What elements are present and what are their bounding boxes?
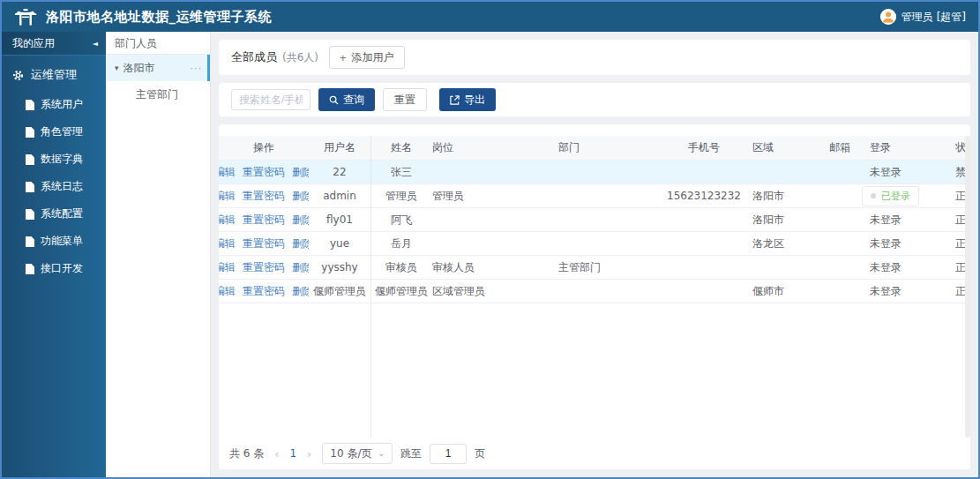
cell-region: 洛龙区 — [744, 236, 819, 251]
cell-username: 偃师管理员 — [309, 284, 370, 299]
sidebar-item-system-logs[interactable]: 系统日志 — [2, 173, 106, 200]
user-menu[interactable]: 管理员 [超管] — [880, 9, 966, 25]
sidebar-group-ops[interactable]: 运维管理 — [2, 59, 106, 91]
col-header-username: 用户名 — [309, 140, 370, 155]
add-user-label: 添加用户 — [352, 50, 394, 65]
edit-link[interactable]: 编辑 — [219, 213, 236, 228]
table-row[interactable]: 编辑 重置密码 删除 22 张三 未登录 禁用 — [219, 161, 970, 184]
delete-link[interactable]: 删除 — [292, 213, 309, 228]
users-table: 操作 用户名 姓名 岗位 部门 手机号 区域 邮箱 登录 状态 — [219, 136, 970, 438]
page-title: 洛阳市地名地址数据_运维管理子系统 — [46, 9, 272, 26]
delete-link[interactable]: 删除 — [292, 236, 309, 251]
delete-link[interactable]: 删除 — [292, 189, 309, 204]
logged-in-badge: 已登录 — [862, 186, 919, 206]
table-row[interactable]: 编辑 重置密码 删除 yue 岳月 洛龙区 未登录 正常 — [219, 232, 970, 256]
col-header-login: 登录 — [858, 140, 938, 155]
search-icon — [329, 95, 339, 105]
sidebar-item-system-users[interactable]: 系统用户 — [2, 91, 106, 118]
status-dot-icon — [871, 193, 876, 198]
edit-link[interactable]: 编辑 — [219, 189, 236, 204]
more-icon[interactable]: ··· — [191, 63, 203, 74]
cell-username: fly01 — [309, 213, 370, 226]
cell-name: 审核员 — [370, 260, 432, 275]
document-icon — [26, 209, 34, 220]
collapse-icon[interactable]: ◄ — [93, 40, 98, 48]
sidebar-item-api-dev[interactable]: 接口开发 — [2, 255, 106, 282]
tree-panel-title: 部门人员 — [106, 32, 210, 55]
sidebar-item-label: 角色管理 — [41, 124, 83, 139]
page-size-select[interactable]: 10 条/页 ⌄ — [322, 443, 393, 464]
sidebar-item-role-mgmt[interactable]: 角色管理 — [2, 118, 106, 146]
reset-password-link[interactable]: 重置密码 — [243, 284, 285, 299]
caret-down-icon[interactable]: ▾ — [115, 64, 119, 72]
cell-position: 区域管理员 — [432, 284, 558, 299]
col-header-region: 区域 — [744, 140, 819, 155]
document-icon — [26, 264, 34, 274]
members-label: 全部成员 — [231, 49, 277, 65]
cell-name: 岳月 — [370, 236, 432, 251]
reset-label: 重置 — [394, 93, 415, 108]
pagination-bar: 共 6 条 ‹ 1 › 10 条/页 ⌄ 跳至 页 — [219, 438, 970, 469]
sidebar-item-function-menu[interactable]: 功能菜单 — [2, 228, 106, 255]
reset-password-link[interactable]: 重置密码 — [243, 260, 285, 275]
table-row[interactable]: 编辑 重置密码 删除 偃师管理员 偃师管理员 区域管理员 偃师市 未登录 正常 — [219, 280, 970, 303]
search-input[interactable] — [231, 89, 310, 110]
prev-page-button[interactable]: ‹ — [272, 447, 281, 460]
query-button[interactable]: 查询 — [318, 88, 375, 111]
delete-link[interactable]: 删除 — [292, 284, 309, 299]
page-size-value: 10 条/页 — [330, 446, 371, 461]
edit-link[interactable]: 编辑 — [219, 236, 236, 251]
current-page[interactable]: 1 — [289, 447, 296, 460]
export-button[interactable]: 导出 — [439, 88, 496, 111]
members-count: (共6人) — [282, 50, 318, 65]
plus-icon: + — [340, 51, 347, 64]
table-row[interactable]: 编辑 重置密码 删除 fly01 阿飞 洛阳市 未登录 正常 — [219, 208, 970, 232]
col-header-position: 岗位 — [432, 140, 558, 155]
sidebar-my-apps[interactable]: 我的应用 ◄ — [2, 32, 106, 56]
cell-login: 未登录 — [858, 165, 938, 180]
sidebar-item-label: 系统配置 — [41, 206, 83, 221]
fixed-column-divider — [370, 136, 371, 438]
gear-icon — [12, 70, 24, 81]
sidebar-item-label: 接口开发 — [41, 261, 83, 276]
cell-username: 22 — [309, 166, 370, 178]
col-header-email: 邮箱 — [819, 140, 858, 155]
jump-page-input[interactable] — [430, 444, 467, 464]
reset-password-link[interactable]: 重置密码 — [243, 236, 285, 251]
cell-name: 阿飞 — [370, 213, 432, 228]
edit-link[interactable]: 编辑 — [219, 284, 236, 299]
delete-link[interactable]: 删除 — [292, 165, 309, 180]
sidebar-item-data-dict[interactable]: 数据字典 — [2, 146, 106, 173]
tree-node-label: 主管部门 — [136, 87, 178, 102]
document-icon — [26, 127, 34, 138]
reset-password-link[interactable]: 重置密码 — [243, 189, 285, 204]
department-tree-panel: 部门人员 ▾ 洛阳市 ··· 主管部门 — [106, 32, 211, 477]
sidebar-item-system-config[interactable]: 系统配置 — [2, 200, 106, 228]
edit-link[interactable]: 编辑 — [219, 260, 236, 275]
page-suffix-label: 页 — [475, 446, 485, 461]
cell-region: 洛阳市 — [744, 189, 819, 204]
export-icon — [450, 95, 460, 105]
app-header: 洛阳市地名地址数据_运维管理子系统 管理员 [超管] — [2, 2, 978, 32]
reset-password-link[interactable]: 重置密码 — [243, 165, 285, 180]
tree-node-luoyang[interactable]: ▾ 洛阳市 ··· — [106, 55, 210, 81]
table-row[interactable]: 编辑 重置密码 删除 admin 管理员 管理员 15623123232 洛阳市 — [219, 184, 970, 208]
edit-link[interactable]: 编辑 — [219, 165, 236, 180]
add-user-button[interactable]: + 添加用户 — [329, 46, 405, 69]
app-body: 我的应用 ◄ 运维管理 系统用户 角色管理 — [2, 32, 978, 477]
cell-login: 已登录 — [881, 190, 910, 203]
delete-link[interactable]: 删除 — [292, 260, 309, 275]
next-page-button[interactable]: › — [304, 447, 314, 460]
reset-password-link[interactable]: 重置密码 — [243, 213, 285, 228]
my-apps-label: 我的应用 — [12, 36, 55, 51]
cell-position: 管理员 — [432, 189, 558, 204]
reset-button[interactable]: 重置 — [383, 88, 427, 111]
col-header-actions: 操作 — [219, 140, 309, 155]
tree-node-supervising-dept[interactable]: 主管部门 — [106, 81, 210, 108]
cell-login: 未登录 — [858, 260, 938, 275]
cell-username: yysshy — [309, 261, 370, 273]
table-scrollbar[interactable] — [965, 136, 970, 438]
table-row[interactable]: 编辑 重置密码 删除 yysshy 审核员 审核人员 主管部门 未登录 正常 — [219, 256, 970, 280]
cell-login: 未登录 — [858, 236, 938, 251]
avatar-icon — [880, 9, 896, 25]
